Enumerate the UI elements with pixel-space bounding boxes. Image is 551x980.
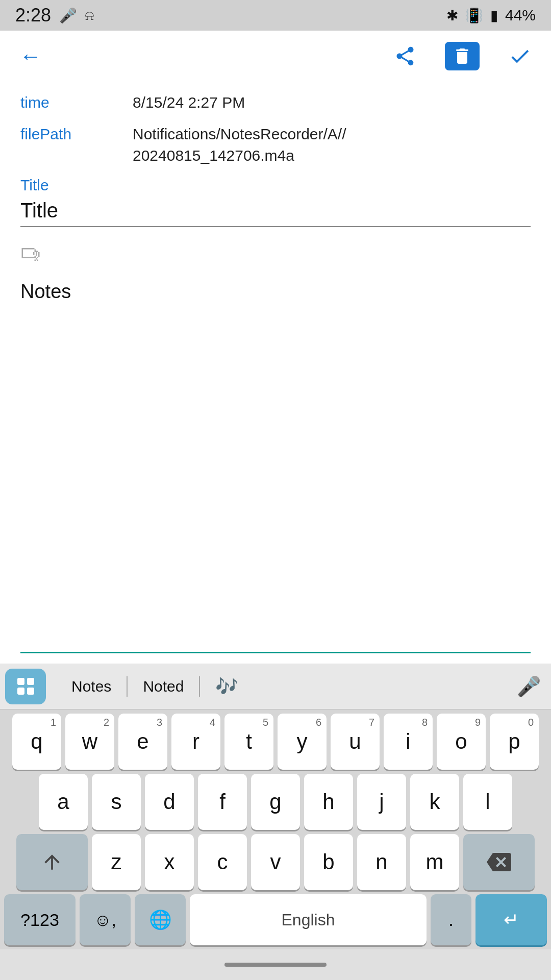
key-row-2: a s d f g h j k l xyxy=(4,774,547,830)
num-sym-button[interactable]: ?123 xyxy=(4,894,76,945)
key-num-1: 1 xyxy=(51,717,56,728)
key-num-0: 0 xyxy=(528,717,534,728)
battery-percent: 44% xyxy=(505,7,536,24)
key-num-5: 5 xyxy=(263,717,268,728)
status-time: 2:28 xyxy=(15,5,51,26)
share-icon xyxy=(394,45,416,67)
keyboard-mode-button[interactable] xyxy=(5,669,46,704)
notes-section-label: Notes xyxy=(20,281,531,303)
globe-icon: 🌐 xyxy=(149,909,172,930)
tag-icon: 🏷 xyxy=(20,242,41,265)
suggestion-notes[interactable]: Notes xyxy=(56,678,127,695)
confirm-button[interactable] xyxy=(504,40,536,72)
action-bar-right xyxy=(390,38,536,75)
delete-button[interactable] xyxy=(441,38,484,75)
shift-icon xyxy=(41,851,63,873)
key-p[interactable]: 0p xyxy=(490,714,539,770)
enter-button[interactable]: ↵ xyxy=(475,894,547,945)
key-c[interactable]: c xyxy=(198,834,247,890)
key-row-3: z x c v b n m xyxy=(4,834,547,890)
space-button[interactable]: English xyxy=(190,894,427,945)
keyboard-rows: 1q 2w 3e 4r 5t 6y 7u 8i 9o 0p a s d f g … xyxy=(0,709,551,890)
nav-bar-home xyxy=(0,949,551,980)
tag-area: 🏷 xyxy=(20,242,531,265)
grid-dot xyxy=(17,688,24,695)
notes-textarea[interactable] xyxy=(20,313,531,456)
filepath-value: Notifications/NotesRecorder/A//20240815_… xyxy=(133,124,346,166)
microphone-status-icon: 🎤 xyxy=(59,7,77,24)
keyboard-area: Notes Noted 🎶 🎤 1q 2w 3e 4r 5t 6y 7u 8i … xyxy=(0,664,551,980)
grid-dot xyxy=(27,688,34,695)
key-num-8: 8 xyxy=(422,717,428,728)
key-a[interactable]: a xyxy=(39,774,88,830)
status-left: 2:28 🎤 ⍾ xyxy=(15,5,94,26)
shift-button[interactable] xyxy=(16,834,88,890)
action-bar: ← xyxy=(0,31,551,82)
key-h[interactable]: h xyxy=(304,774,353,830)
key-q[interactable]: 1q xyxy=(12,714,61,770)
key-n[interactable]: n xyxy=(357,834,406,890)
key-row-1: 1q 2w 3e 4r 5t 6y 7u 8i 9o 0p xyxy=(4,714,547,770)
grid-dot xyxy=(17,678,24,685)
emoji-button[interactable]: ☺, xyxy=(80,894,131,945)
key-k[interactable]: k xyxy=(410,774,459,830)
suggestion-music[interactable]: 🎶 xyxy=(200,676,254,697)
title-input[interactable] xyxy=(20,199,531,222)
status-bar: 2:28 🎤 ⍾ ✱ 📳 ▮ 44% xyxy=(0,0,551,31)
action-bar-left: ← xyxy=(15,39,46,73)
keyboard-grid-icon xyxy=(14,675,37,698)
key-d[interactable]: d xyxy=(145,774,194,830)
key-w[interactable]: 2w xyxy=(65,714,114,770)
home-indicator xyxy=(224,963,327,967)
delete-icon-wrap xyxy=(445,42,480,70)
keyboard-bottom-row: ?123 ☺, 🌐 English . ↵ xyxy=(0,890,551,949)
title-input-wrap xyxy=(20,199,531,227)
key-num-4: 4 xyxy=(210,717,215,728)
key-t[interactable]: 5t xyxy=(224,714,273,770)
filepath-meta-field: filePath Notifications/NotesRecorder/A//… xyxy=(20,124,531,166)
key-u[interactable]: 7u xyxy=(331,714,380,770)
time-meta-field: time 8/15/24 2:27 PM xyxy=(20,92,531,113)
main-content: time 8/15/24 2:27 PM filePath Notificati… xyxy=(0,82,551,664)
time-value: 8/15/24 2:27 PM xyxy=(133,92,245,113)
suggestions-list: Notes Noted 🎶 xyxy=(56,676,512,697)
bluetooth-icon: ✱ xyxy=(446,7,458,24)
key-y[interactable]: 6y xyxy=(278,714,327,770)
key-j[interactable]: j xyxy=(357,774,406,830)
key-s[interactable]: s xyxy=(92,774,141,830)
key-num-3: 3 xyxy=(157,717,162,728)
time-label: time xyxy=(20,92,133,111)
key-b[interactable]: b xyxy=(304,834,353,890)
period-button[interactable]: . xyxy=(431,894,471,945)
key-num-6: 6 xyxy=(316,717,321,728)
key-f[interactable]: f xyxy=(198,774,247,830)
key-i[interactable]: 8i xyxy=(384,714,433,770)
battery-icon: ▮ xyxy=(490,7,498,24)
suggestion-mic-icon[interactable]: 🎤 xyxy=(512,675,546,698)
key-num-9: 9 xyxy=(475,717,481,728)
key-m[interactable]: m xyxy=(410,834,459,890)
notes-textarea-wrap xyxy=(20,313,531,653)
vibrate-icon: 📳 xyxy=(465,7,483,24)
globe-button[interactable]: 🌐 xyxy=(135,894,186,945)
key-x[interactable]: x xyxy=(145,834,194,890)
key-l[interactable]: l xyxy=(463,774,512,830)
trash-icon xyxy=(452,46,472,66)
grid-dot xyxy=(27,678,34,685)
share-button[interactable] xyxy=(390,41,420,71)
key-v[interactable]: v xyxy=(251,834,300,890)
key-r[interactable]: 4r xyxy=(171,714,220,770)
key-o[interactable]: 9o xyxy=(437,714,486,770)
filepath-label: filePath xyxy=(20,124,133,143)
key-g[interactable]: g xyxy=(251,774,300,830)
backspace-button[interactable] xyxy=(463,834,535,890)
back-button[interactable]: ← xyxy=(15,39,46,73)
title-section-label: Title xyxy=(20,177,531,194)
backspace-icon xyxy=(487,850,511,874)
key-e[interactable]: 3e xyxy=(118,714,167,770)
emoji-icon: ☺, xyxy=(94,910,116,930)
key-num-7: 7 xyxy=(369,717,374,728)
key-z[interactable]: z xyxy=(92,834,141,890)
suggestion-noted[interactable]: Noted xyxy=(128,678,199,695)
back-arrow-icon: ← xyxy=(19,43,42,69)
